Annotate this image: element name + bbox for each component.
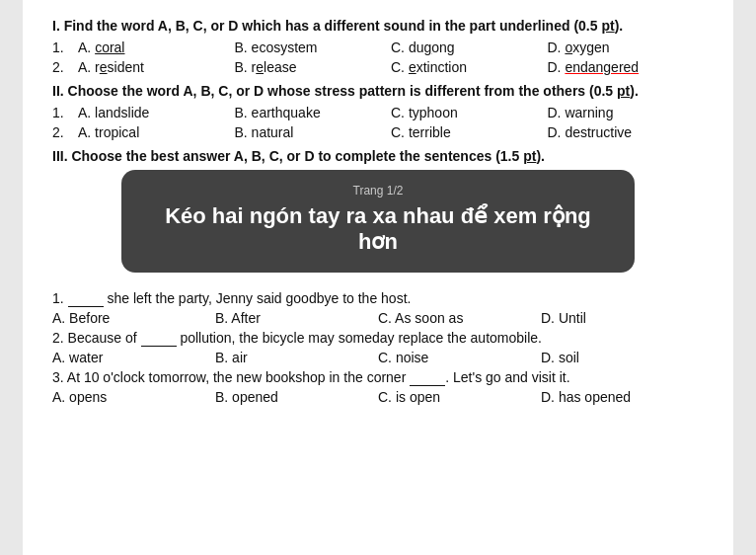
section2-q1: 1. A. landslide B. earthquake C. typhoon…: [52, 105, 704, 120]
section-1: I. Find the word A, B, C, or D which has…: [52, 18, 704, 75]
option-d: D. warning: [548, 105, 705, 120]
options-row: A. tropical B. natural C. terrible D. de…: [78, 124, 704, 140]
section3-questions: 1. she left the party, Jenny said goodby…: [52, 290, 704, 405]
options-row: A. coral B. ecosystem C. dugong D. oxyge…: [78, 40, 704, 55]
option-c: C. noise: [378, 350, 541, 365]
option-a: A. tropical: [78, 124, 235, 140]
exam-page: I. Find the word A, B, C, or D which has…: [23, 0, 733, 555]
toast-box: Trang 1/2 Kéo hai ngón tay ra xa nhau để…: [121, 170, 635, 273]
q1-text: 1. she left the party, Jenny said goodby…: [52, 290, 411, 307]
section3-q1-text: 1. she left the party, Jenny said goodby…: [52, 290, 704, 307]
option-a: A. resident: [78, 59, 235, 75]
section-2: II. Choose the word A, B, C, or D whose …: [52, 83, 704, 140]
q2-text: 2. Because of pollution, the bicycle may…: [52, 330, 542, 347]
option-a: A. coral: [78, 40, 235, 55]
blank: [141, 330, 177, 347]
option-b: B. natural: [235, 124, 392, 140]
option-b: B. ecosystem: [235, 40, 392, 55]
option-d: D. has opened: [541, 389, 704, 405]
q-num: 1.: [52, 40, 78, 55]
option-b: B. air: [215, 350, 378, 365]
option-a-word: coral: [95, 40, 124, 55]
option-b: B. opened: [215, 389, 378, 405]
section3-q1-options: A. Before B. After C. As soon as D. Unti…: [52, 310, 704, 326]
option-b: B. earthquake: [235, 105, 392, 120]
option-a: A. landslide: [78, 105, 235, 120]
section1-q2: 2. A. resident B. release C. extinction …: [52, 59, 704, 75]
toast-label: Trang 1/2: [151, 184, 605, 198]
section-3-title: III. Choose the best answer A, B, C, or …: [52, 148, 704, 164]
option-d: D. soil: [541, 350, 704, 365]
option-a: A. water: [52, 350, 215, 365]
blank: [410, 369, 445, 386]
toast-text: Kéo hai ngón tay ra xa nhau để xem rộng …: [151, 203, 605, 255]
option-b: B. After: [215, 310, 378, 326]
section2-q2: 2. A. tropical B. natural C. terrible D.…: [52, 124, 704, 140]
option-b: B. release: [235, 59, 392, 75]
blank: [68, 290, 104, 307]
q-num: 1.: [52, 105, 78, 120]
option-c: C. typhoon: [391, 105, 548, 120]
q-num: 2.: [52, 124, 78, 140]
option-d: D. endangered: [548, 59, 705, 75]
q-num: 2.: [52, 59, 78, 75]
section1-q1: 1. A. coral B. ecosystem C. dugong D. ox…: [52, 40, 704, 55]
section3-q2-options: A. water B. air C. noise D. soil: [52, 350, 704, 365]
section-3: III. Choose the best answer A, B, C, or …: [52, 148, 704, 164]
option-c: C. is open: [378, 389, 541, 405]
option-d: D. oxygen: [548, 40, 705, 55]
option-d: D. Until: [541, 310, 704, 326]
section3-q2-text: 2. Because of pollution, the bicycle may…: [52, 330, 704, 347]
section3-q3-text: 3. At 10 o'clock tomorrow, the new books…: [52, 369, 704, 386]
section-1-title: I. Find the word A, B, C, or D which has…: [52, 18, 704, 34]
q3-text: 3. At 10 o'clock tomorrow, the new books…: [52, 369, 570, 386]
option-c: C. terrible: [391, 124, 548, 140]
option-a: A. Before: [52, 310, 215, 326]
option-c: C. As soon as: [378, 310, 541, 326]
section-2-title: II. Choose the word A, B, C, or D whose …: [52, 83, 704, 99]
option-d: D. destructive: [548, 124, 705, 140]
options-row: A. resident B. release C. extinction D. …: [78, 59, 704, 75]
option-c: C. dugong: [391, 40, 548, 55]
toast-overlay: Trang 1/2 Kéo hai ngón tay ra xa nhau để…: [52, 170, 704, 273]
option-c: C. extinction: [391, 59, 548, 75]
option-a: A. opens: [52, 389, 215, 405]
options-row: A. landslide B. earthquake C. typhoon D.…: [78, 105, 704, 120]
section3-q3-options: A. opens B. opened C. is open D. has ope…: [52, 389, 704, 405]
